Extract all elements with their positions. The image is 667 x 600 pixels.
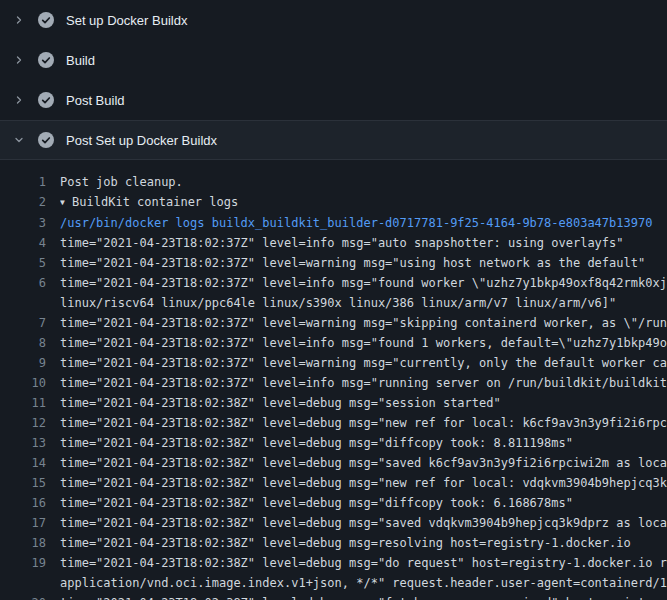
- log-line-text: time="2021-04-23T18:02:38Z" level=debug …: [60, 393, 667, 413]
- log-line-20: 20 time="2021-04-23T18:02:38Z" level=deb…: [0, 593, 667, 600]
- log-line-number[interactable]: 7: [0, 313, 46, 333]
- log-line-text: time="2021-04-23T18:02:38Z" level=debug …: [60, 533, 667, 553]
- log-group-label: BuildKit container logs: [65, 195, 238, 209]
- log-line-number[interactable]: 14: [0, 453, 46, 473]
- log-line-number[interactable]: 12: [0, 413, 46, 433]
- log-line-10: 10 time="2021-04-23T18:02:37Z" level=inf…: [0, 373, 667, 393]
- chevron-icon: [12, 54, 26, 66]
- check-circle-icon: [38, 92, 54, 108]
- log-line-text: time="2021-04-23T18:02:38Z" level=debug …: [60, 553, 667, 593]
- log-line-19: 19 time="2021-04-23T18:02:38Z" level=deb…: [0, 553, 667, 593]
- check-circle-icon: [38, 52, 54, 68]
- log-line-text: /usr/bin/docker logs buildx_buildkit_bui…: [60, 213, 667, 233]
- log-line-number[interactable]: 10: [0, 373, 46, 393]
- log-line-number[interactable]: 2: [0, 192, 46, 213]
- chevron-icon: [12, 94, 26, 106]
- log-area: 1 Post job cleanup. 2 ▼ BuildKit contain…: [0, 160, 667, 600]
- log-line-text: time="2021-04-23T18:02:38Z" level=debug …: [60, 433, 667, 453]
- log-line-4: 4 time="2021-04-23T18:02:37Z" level=info…: [0, 233, 667, 253]
- log-line-8: 8 time="2021-04-23T18:02:37Z" level=info…: [0, 333, 667, 353]
- step-header-3[interactable]: Post Set up Docker Buildx: [0, 120, 667, 160]
- check-circle-icon: [38, 12, 54, 28]
- chevron-icon: [12, 14, 26, 26]
- log-line-text: time="2021-04-23T18:02:37Z" level=warnin…: [60, 313, 667, 333]
- step-title: Build: [66, 54, 95, 67]
- step-title: Set up Docker Buildx: [66, 14, 187, 27]
- log-line-12: 12 time="2021-04-23T18:02:38Z" level=deb…: [0, 413, 667, 433]
- chevron-icon: [12, 134, 26, 146]
- log-line-text: time="2021-04-23T18:02:38Z" level=debug …: [60, 453, 667, 473]
- log-line-13: 13 time="2021-04-23T18:02:38Z" level=deb…: [0, 433, 667, 453]
- step-header-1[interactable]: Build: [0, 40, 667, 80]
- log-line-text: time="2021-04-23T18:02:37Z" level=info m…: [60, 333, 667, 353]
- log-line-number[interactable]: 3: [0, 213, 46, 233]
- step-header-2[interactable]: Post Build: [0, 80, 667, 120]
- log-line-11: 11 time="2021-04-23T18:02:38Z" level=deb…: [0, 393, 667, 413]
- log-line-1: 1 Post job cleanup.: [0, 172, 667, 192]
- log-line-text: time="2021-04-23T18:02:37Z" level=info m…: [60, 233, 667, 253]
- log-line-text: time="2021-04-23T18:02:38Z" level=debug …: [60, 493, 667, 513]
- log-line-5: 5 time="2021-04-23T18:02:37Z" level=warn…: [0, 253, 667, 273]
- log-line-text: time="2021-04-23T18:02:38Z" level=debug …: [60, 413, 667, 433]
- log-line-text: time="2021-04-23T18:02:38Z" level=debug …: [60, 473, 667, 493]
- log-line-number[interactable]: 17: [0, 513, 46, 533]
- log-line-text: Post job cleanup.: [60, 172, 667, 192]
- log-line-text: time="2021-04-23T18:02:37Z" level=warnin…: [60, 353, 667, 373]
- log-line-number[interactable]: 5: [0, 253, 46, 273]
- check-circle-icon: [38, 132, 54, 148]
- log-line-7: 7 time="2021-04-23T18:02:37Z" level=warn…: [0, 313, 667, 333]
- log-line-number[interactable]: 13: [0, 433, 46, 453]
- step-header-0[interactable]: Set up Docker Buildx: [0, 0, 667, 40]
- log-line-number[interactable]: 9: [0, 353, 46, 373]
- step-list: Set up Docker Buildx Build Post Buil: [0, 0, 667, 160]
- log-line-text: time="2021-04-23T18:02:38Z" level=debug …: [60, 593, 667, 600]
- log-line-text[interactable]: ▼ BuildKit container logs: [60, 192, 667, 213]
- log-line-number[interactable]: 20: [0, 593, 46, 600]
- log-line-number[interactable]: 4: [0, 233, 46, 253]
- log-line-number[interactable]: 16: [0, 493, 46, 513]
- log-line-number[interactable]: 18: [0, 533, 46, 553]
- step-title: Post Build: [66, 94, 125, 107]
- step-title: Post Set up Docker Buildx: [66, 134, 217, 147]
- log-line-9: 9 time="2021-04-23T18:02:37Z" level=warn…: [0, 353, 667, 373]
- log-line-number[interactable]: 1: [0, 172, 46, 192]
- log-line-number[interactable]: 19: [0, 553, 46, 593]
- log-line-3: 3 /usr/bin/docker logs buildx_buildkit_b…: [0, 213, 667, 233]
- log-line-text: time="2021-04-23T18:02:37Z" level=warnin…: [60, 253, 667, 273]
- log-line-18: 18 time="2021-04-23T18:02:38Z" level=deb…: [0, 533, 667, 553]
- log-line-text: time="2021-04-23T18:02:38Z" level=debug …: [60, 513, 667, 533]
- log-line-number[interactable]: 8: [0, 333, 46, 353]
- log-line-16: 16 time="2021-04-23T18:02:38Z" level=deb…: [0, 493, 667, 513]
- log-line-6: 6 time="2021-04-23T18:02:37Z" level=info…: [0, 273, 667, 313]
- log-line-14: 14 time="2021-04-23T18:02:38Z" level=deb…: [0, 453, 667, 473]
- log-line-number[interactable]: 6: [0, 273, 46, 313]
- log-line-15: 15 time="2021-04-23T18:02:38Z" level=deb…: [0, 473, 667, 493]
- log-line-number[interactable]: 15: [0, 473, 46, 493]
- log-line-text: time="2021-04-23T18:02:37Z" level=info m…: [60, 273, 667, 313]
- log-line-text: time="2021-04-23T18:02:37Z" level=info m…: [60, 373, 667, 393]
- log-line-2: 2 ▼ BuildKit container logs: [0, 192, 667, 213]
- log-line-17: 17 time="2021-04-23T18:02:38Z" level=deb…: [0, 513, 667, 533]
- actions-log-viewer: Set up Docker Buildx Build Post Buil: [0, 0, 667, 600]
- log-line-number[interactable]: 11: [0, 393, 46, 413]
